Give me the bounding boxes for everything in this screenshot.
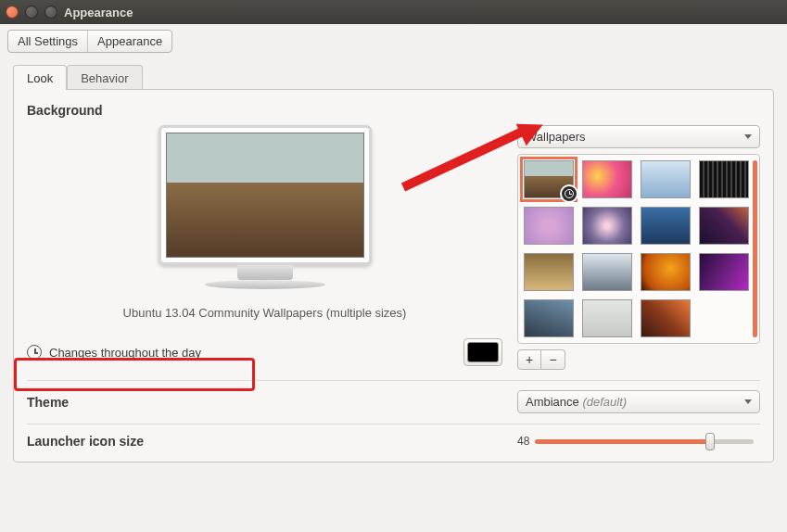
title-bar: Appearance	[0, 0, 787, 24]
wallpaper-thumb[interactable]	[582, 207, 632, 245]
chevron-down-icon	[744, 399, 752, 404]
changes-throughout-day-label: Changes throughout the day	[49, 346, 201, 360]
minimize-icon[interactable]	[25, 6, 38, 19]
wallpaper-grid	[517, 154, 760, 344]
wallpaper-thumb[interactable]	[524, 160, 574, 198]
grid-scrollbar[interactable]	[753, 160, 757, 337]
appearance-button[interactable]: Appearance	[88, 31, 171, 52]
launcher-size-value: 48	[517, 435, 529, 448]
remove-wallpaper-button[interactable]: −	[541, 349, 565, 370]
chevron-down-icon	[744, 134, 752, 139]
wallpaper-thumb[interactable]	[641, 160, 691, 198]
theme-dropdown[interactable]: Ambiance (default)	[517, 390, 760, 413]
launcher-size-slider[interactable]	[535, 439, 754, 444]
look-panel: Background Ubuntu 13.04 Community Wallpa…	[13, 89, 774, 462]
wallpaper-thumb[interactable]	[699, 160, 749, 198]
wallpaper-thumb[interactable]	[524, 299, 574, 337]
wallpaper-thumb[interactable]	[699, 253, 749, 291]
wallpaper-name-label: Ubuntu 13.04 Community Wallpapers (multi…	[123, 306, 407, 320]
theme-default-suffix: (default)	[579, 395, 627, 409]
wallpaper-thumb[interactable]	[582, 160, 632, 198]
clock-icon	[27, 345, 42, 360]
wallpaper-thumb[interactable]	[582, 299, 632, 337]
wallpaper-thumb[interactable]	[582, 253, 632, 291]
wallpaper-thumb[interactable]	[641, 299, 691, 337]
breadcrumb: All Settings Appearance	[0, 24, 787, 58]
theme-value: Ambiance	[526, 395, 579, 409]
close-icon[interactable]	[6, 6, 19, 19]
launcher-size-label: Launcher icon size	[27, 434, 517, 449]
wallpaper-thumb[interactable]	[524, 253, 574, 291]
wallpaper-thumb[interactable]	[524, 207, 574, 245]
slider-thumb[interactable]	[705, 433, 715, 450]
background-color-button[interactable]	[463, 338, 502, 366]
wallpaper-source-value: Wallpapers	[526, 130, 586, 144]
monitor-preview	[159, 125, 372, 289]
background-label: Background	[27, 103, 760, 118]
window-title: Appearance	[64, 6, 133, 19]
tab-look[interactable]: Look	[13, 65, 67, 90]
wallpaper-thumb[interactable]	[641, 207, 691, 245]
theme-label: Theme	[27, 395, 517, 410]
slideshow-badge-icon	[560, 184, 578, 203]
maximize-icon[interactable]	[44, 6, 57, 19]
tab-behavior[interactable]: Behavior	[67, 65, 142, 90]
wallpaper-preview-area: Ubuntu 13.04 Community Wallpapers (multi…	[27, 125, 502, 370]
all-settings-button[interactable]: All Settings	[8, 31, 88, 52]
wallpaper-thumb[interactable]	[699, 207, 749, 245]
add-wallpaper-button[interactable]: +	[517, 349, 541, 370]
wallpaper-thumb[interactable]	[641, 253, 691, 291]
wallpaper-source-dropdown[interactable]: Wallpapers	[517, 125, 760, 148]
